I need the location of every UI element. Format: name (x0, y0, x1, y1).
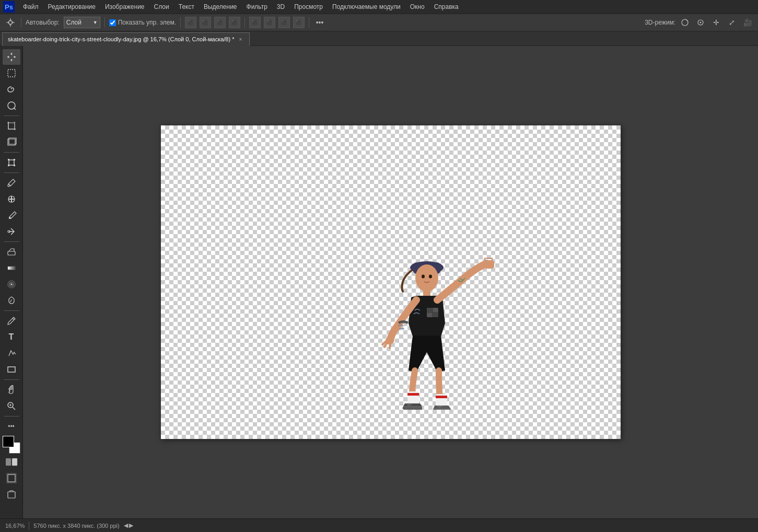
status-next-arrow[interactable]: ▶ (129, 522, 133, 529)
tab-title: skateboarder-doing-trick-city-s-street-c… (8, 36, 235, 42)
menu-layers[interactable]: Слои (150, 2, 173, 11)
svg-marker-4 (10, 60, 13, 61)
status-divider (29, 522, 29, 530)
show-controls-checkbox[interactable]: Показать упр. элем. (109, 19, 176, 26)
align-center-btn[interactable]: ⬛ (200, 17, 211, 28)
status-nav-arrows[interactable]: ◀ ▶ (124, 522, 133, 529)
menu-plugins[interactable]: Подключаемые модули (328, 2, 405, 11)
canvas-wrapper (161, 125, 621, 439)
transform-btn[interactable] (3, 155, 20, 170)
lt-divider-5 (4, 310, 19, 311)
text-btn[interactable]: T (3, 329, 20, 345)
lt-divider-4 (4, 241, 19, 242)
svg-rect-48 (434, 409, 451, 410)
screen-mode-btn[interactable] (3, 470, 20, 486)
menu-help[interactable]: Справка (430, 2, 463, 11)
move-tool-icon[interactable] (4, 16, 17, 29)
perspective-crop-btn[interactable] (3, 134, 20, 150)
menu-selection[interactable]: Выделение (200, 2, 241, 11)
menu-window[interactable]: Окно (406, 2, 429, 11)
rotate-view-btn[interactable] (3, 487, 20, 502)
lasso-btn[interactable] (3, 82, 20, 97)
svg-rect-44 (407, 393, 419, 396)
more-options-btn[interactable]: ••• (313, 16, 326, 29)
menu-file[interactable]: Файл (19, 2, 43, 11)
options-divider-1 (21, 17, 21, 28)
menu-filter[interactable]: Фильтр (242, 2, 272, 11)
menu-image[interactable]: Изображение (101, 2, 149, 11)
lt-divider-7 (4, 416, 19, 417)
svg-marker-3 (10, 53, 13, 54)
status-prev-arrow[interactable]: ◀ (124, 522, 128, 529)
heal-btn[interactable] (3, 191, 20, 207)
more-tools-btn[interactable]: ••• (3, 419, 20, 434)
svg-rect-11 (14, 159, 15, 160)
burn-btn[interactable] (3, 293, 20, 308)
options-divider-5 (309, 17, 309, 28)
svg-rect-46 (436, 396, 447, 398)
svg-point-16 (9, 217, 11, 219)
svg-point-33 (422, 275, 425, 279)
svg-rect-12 (8, 165, 9, 166)
fg-bg-colors[interactable] (3, 437, 20, 453)
autoselect-label: Автовыбор: (26, 19, 60, 26)
menu-view[interactable]: Просмотр (290, 2, 327, 11)
zoom-btn[interactable] (3, 398, 20, 414)
tab-close-btn[interactable]: × (238, 36, 244, 42)
main-layout: T ••• (0, 46, 758, 518)
threed-mode-group: 3D-режим: ✛ ⤢ 🎥 (645, 16, 754, 29)
threed-slide-btn[interactable]: ⤢ (726, 16, 738, 29)
show-controls-input[interactable] (109, 19, 116, 26)
svg-rect-47 (403, 407, 422, 410)
svg-marker-6 (14, 56, 16, 58)
lt-divider-1 (4, 115, 19, 116)
threed-mode-label: 3D-режим: (645, 19, 675, 26)
crop-btn[interactable] (3, 118, 20, 134)
move-tool-btn[interactable] (3, 49, 20, 65)
align-right-btn[interactable]: ⬛ (214, 17, 226, 28)
options-bar: Автовыбор: Слой ▼ Показать упр. элем. ⬛ … (0, 14, 758, 31)
blur-btn[interactable] (3, 276, 20, 292)
color-box[interactable] (3, 436, 20, 454)
menu-edit[interactable]: Редактирование (44, 2, 100, 11)
canvas-area[interactable] (23, 46, 758, 518)
svg-rect-7 (8, 70, 15, 77)
menu-3d[interactable]: 3D (273, 2, 289, 11)
skater-figure (335, 232, 523, 410)
shape-rect-btn[interactable] (3, 362, 20, 377)
align-left-btn[interactable]: ⬛ (185, 17, 196, 28)
active-tab[interactable]: skateboarder-doing-trick-city-s-street-c… (2, 32, 250, 46)
svg-rect-13 (14, 165, 15, 166)
ps-logo: Ps (3, 1, 15, 13)
threed-roll-btn[interactable] (694, 16, 707, 29)
svg-rect-25 (6, 458, 11, 466)
threed-pan-btn[interactable]: ✛ (710, 16, 722, 29)
align-stretch-btn[interactable]: ⬛ (229, 17, 240, 28)
path-selection-btn[interactable] (3, 345, 20, 361)
pen-btn[interactable] (3, 313, 20, 329)
threed-zoom-btn[interactable]: 🎥 (741, 16, 754, 29)
align-top-btn[interactable]: ⬛ (249, 17, 261, 28)
align-middle-btn[interactable]: ⬛ (264, 17, 275, 28)
foreground-color[interactable] (3, 436, 14, 447)
autoselect-dropdown[interactable]: Слой ▼ (64, 17, 100, 28)
gradient-btn[interactable] (3, 260, 20, 276)
select-rect-btn[interactable] (3, 65, 20, 81)
menu-text[interactable]: Текст (174, 2, 199, 11)
svg-point-34 (429, 275, 432, 279)
quick-mask-btn[interactable] (3, 454, 20, 470)
eyedrop-btn[interactable] (3, 175, 20, 191)
image-dimensions: 5760 пикс. х 3840 пикс. (300 рpi) (33, 523, 119, 529)
options-divider-3 (180, 17, 181, 28)
svg-rect-9 (9, 160, 14, 165)
threed-rotate-btn[interactable] (679, 16, 691, 29)
clone-btn[interactable] (3, 224, 20, 239)
lt-divider-6 (4, 379, 19, 380)
align-vstretch-btn[interactable]: ⬛ (293, 17, 305, 28)
align-bottom-btn[interactable]: ⬛ (278, 17, 290, 28)
hand-btn[interactable] (3, 382, 20, 398)
quick-select-btn[interactable] (3, 98, 20, 113)
svg-rect-18 (8, 251, 15, 255)
eraser-btn[interactable] (3, 244, 20, 260)
brush-btn[interactable] (3, 207, 20, 223)
